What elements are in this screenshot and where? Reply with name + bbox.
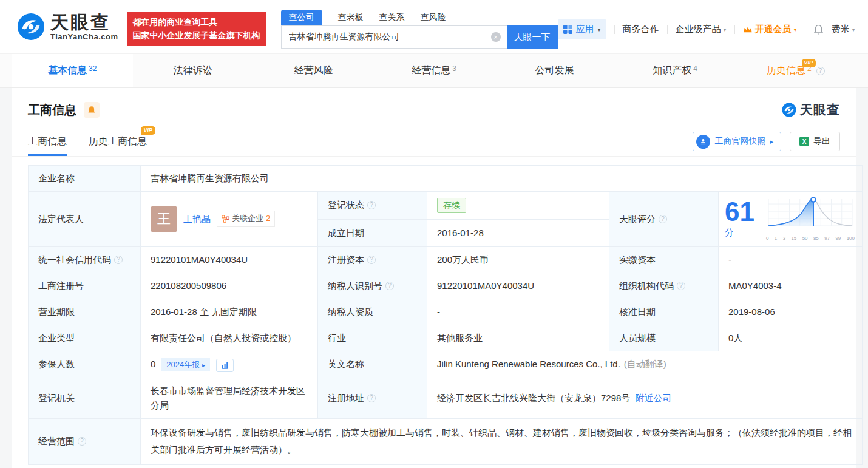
score-unit: 分 (725, 227, 734, 237)
field-value-taxpayer-quality: - (427, 299, 609, 325)
notification-bell-icon[interactable] (813, 24, 824, 35)
table-row: 登记机关 长春市市场监督管理局经济技术开发区分局 注册地址? 经济开发区长吉北线… (29, 378, 863, 418)
brand-text: 天眼查 TianYanCha.com (50, 12, 118, 41)
field-value-reg-capital: 200万人民币 (427, 246, 609, 273)
help-icon[interactable]: ? (816, 67, 825, 75)
apps-grid-icon (563, 25, 572, 34)
field-value-approval-date: 2019-08-06 (719, 299, 863, 325)
field-label-staff-size: 人员规模 (609, 325, 719, 351)
promo-banner: 都在用的商业查询工具 国家中小企业发展子基金旗下机构 (127, 12, 266, 46)
tab-intellectual-property[interactable]: 知识产权4 (615, 54, 736, 87)
help-icon[interactable]: ? (367, 201, 376, 209)
field-value-company-type: 有限责任公司（自然人投资或控股） (141, 325, 318, 351)
caret-down-icon: ▾ (724, 26, 727, 33)
nearby-companies-link[interactable]: 附近公司 (635, 393, 671, 403)
table-row: 统一社会信用代码? 91220101MA0Y40034U 注册资本? 200万人… (29, 246, 863, 273)
excel-icon: X (799, 137, 809, 146)
apps-menu[interactable]: 应用 ▾ (558, 19, 606, 39)
help-icon[interactable]: ? (78, 437, 86, 446)
vip-badge: VIP (802, 59, 816, 67)
field-label-reg-address: 注册地址? (318, 378, 427, 418)
search-tab-company[interactable]: 查公司 (281, 10, 322, 25)
tab-history-info[interactable]: VIP 历史信息2 ? (735, 54, 856, 87)
score-chart[interactable]: 0131550859799100 (765, 195, 856, 243)
search-tab-boss[interactable]: 查老板 (338, 12, 364, 23)
search-input[interactable] (281, 25, 507, 49)
clear-search-icon[interactable]: × (491, 32, 501, 42)
field-label-credit-code: 统一社会信用代码? (29, 246, 141, 273)
field-value-reg-status: 存续 (427, 192, 609, 220)
help-icon[interactable]: ? (659, 215, 667, 223)
top-header: 天眼查 TianYanCha.com 都在用的商业查询工具 国家中小企业发展子基… (0, 0, 868, 53)
table-row: 法定代表人 王 王艳晶 (29, 192, 863, 220)
score-chart-ticks: 0131550859799100 (765, 235, 856, 243)
auto-translate-note: (自动翻译) (624, 359, 666, 369)
help-icon[interactable]: ? (367, 256, 376, 264)
annual-report-chip[interactable]: 2024年报 ▸ (161, 358, 210, 371)
field-label-company-type: 企业类型 (29, 325, 141, 351)
nav-cooperation[interactable]: 商务合作 (623, 24, 659, 35)
tab-basic-info[interactable]: 基本信息32 (12, 54, 133, 87)
field-label-taxpayer-quality: 纳税人资质 (318, 299, 427, 325)
field-label-reg-capital: 注册资本? (318, 246, 427, 273)
field-value-english-name: Jilin Kunteng Renewable Resources Co., L… (427, 351, 863, 378)
subtab-history-business-info[interactable]: VIP 历史工商信息 (89, 135, 147, 156)
field-value-industry: 其他服务业 (427, 325, 609, 351)
search-button[interactable]: 天眼一下 (507, 25, 558, 49)
field-label-reg-number: 工商注册号 (29, 273, 141, 299)
field-value-insured-count: 02024年报 ▸ (141, 351, 318, 378)
business-info-table: 企业名称 吉林省坤腾再生资源有限公司 法定代表人 王 王艳晶 (28, 165, 863, 465)
caret-down-icon: ▾ (598, 26, 601, 33)
help-icon[interactable]: ? (385, 282, 394, 290)
brand-logo[interactable]: 天眼查 TianYanCha.com (17, 12, 118, 41)
table-row: 参保人数 02024年报 ▸ 英文名称 Jilin Kunteng Renewa… (29, 351, 863, 378)
insured-trend-chart-button[interactable] (216, 359, 234, 372)
table-row: 企业类型 有限责任公司（自然人投资或控股） 行业 其他服务业 人员规模 0人 (29, 325, 863, 351)
field-label-insured-count: 参保人数 (29, 351, 141, 378)
score-tick-label: 99 (835, 235, 841, 243)
tab-legal-litigation[interactable]: 法律诉讼 (133, 54, 254, 87)
help-icon[interactable]: ? (677, 282, 685, 290)
section-actions: 工商官网快照 ▸ X 导出 (693, 132, 840, 151)
field-label-company-name: 企业名称 (29, 166, 141, 192)
arrow-right-icon: ▸ (202, 362, 205, 368)
subtab-business-info[interactable]: 工商信息 (28, 135, 67, 156)
help-icon[interactable]: ? (367, 394, 376, 402)
field-value-reg-address: 经济开发区长吉北线兴隆大街（安龙泉）7298号附近公司 (427, 378, 863, 418)
tab-operation-info[interactable]: 经营信息3 (374, 54, 495, 87)
export-button[interactable]: X 导出 (790, 132, 840, 151)
search-tab-relation[interactable]: 查关系 (379, 12, 405, 23)
promo-line-1: 都在用的商业查询工具 (133, 16, 260, 29)
field-label-paid-capital: 实缴资本 (609, 246, 719, 273)
table-row: 营业期限 2016-01-28 至 无固定期限 纳税人资质 - 核准日期 201… (29, 299, 863, 325)
related-companies-badge[interactable]: 关联企业 2 (217, 211, 275, 227)
table-row: 企业名称 吉林省坤腾再生资源有限公司 (29, 166, 863, 192)
search-tab-risk[interactable]: 查风险 (421, 12, 446, 23)
field-label-taxpayer-id: 纳税人识别号? (318, 273, 427, 299)
score-tick-label: 3 (783, 235, 785, 243)
field-value-paid-capital: - (719, 246, 863, 273)
nav-user[interactable]: 费米 ▾ (832, 24, 855, 35)
tab-count: 4 (693, 64, 697, 73)
field-label-legal-rep: 法定代表人 (29, 192, 141, 247)
section-title: 工商信息 (28, 102, 76, 118)
official-snapshot-button[interactable]: 工商官网快照 ▸ (693, 132, 781, 151)
score-value: 61 (725, 197, 754, 226)
field-label-score: 天眼评分? (609, 192, 719, 247)
legal-rep-avatar[interactable]: 王 (151, 206, 177, 232)
tab-operation-risk[interactable]: 经营风险 (253, 54, 374, 87)
tab-company-development[interactable]: 公司发展 (494, 54, 615, 87)
field-value-reg-number: 220108200509806 (141, 273, 318, 299)
score-tick-label: 50 (802, 235, 808, 243)
network-icon (222, 215, 229, 223)
subscribe-bell-icon[interactable] (84, 102, 100, 118)
nav-enterprise-products[interactable]: 企业级产品 ▾ (676, 24, 727, 35)
score-curve-chart (765, 195, 856, 231)
legal-rep-name-link[interactable]: 王艳晶 (183, 212, 211, 226)
help-icon[interactable]: ? (114, 256, 123, 264)
field-value-company-name: 吉林省坤腾再生资源有限公司 (141, 166, 863, 192)
nav-open-vip[interactable]: 开通会员 ▾ (743, 24, 797, 35)
tab-count: 32 (89, 64, 97, 73)
top-nav: 应用 ▾ 商务合作 企业级产品 ▾ 开通会员 ▾ 费米 (558, 12, 855, 39)
apps-label: 应用 (576, 24, 594, 35)
